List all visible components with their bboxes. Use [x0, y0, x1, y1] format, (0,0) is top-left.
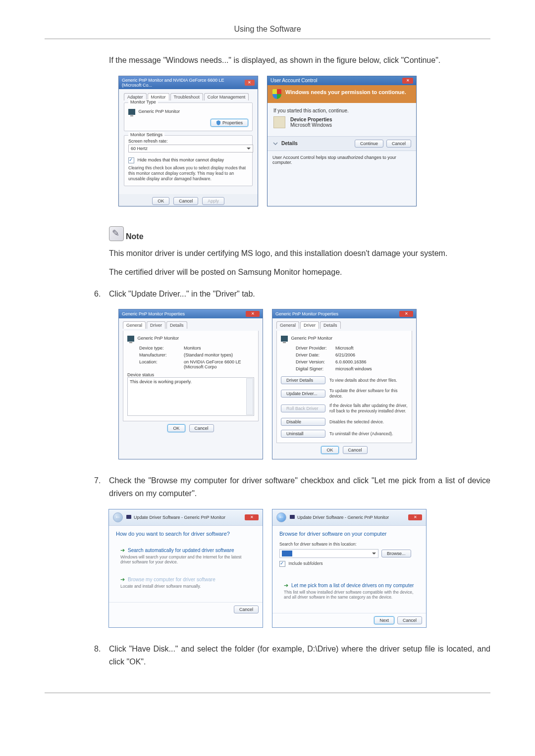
tab-general[interactable]: General	[123, 321, 146, 329]
arrow-icon: ➔	[284, 582, 288, 588]
cancel-button[interactable]: Cancel	[234, 605, 259, 613]
cancel-button[interactable]: Cancel	[397, 616, 422, 624]
device-status-box: This device is working properly.	[127, 377, 254, 416]
refresh-rate-label: Screen refresh rate:	[128, 139, 248, 144]
monitor-icon	[289, 514, 295, 520]
arrow-icon: ➔	[120, 547, 125, 553]
wizard-option-browse[interactable]: ➔Browse my computer for driver software …	[116, 573, 256, 592]
label-driver-date: Driver Date:	[296, 353, 335, 357]
tab-details[interactable]: Details	[166, 321, 187, 329]
properties-driver-window: Generic PnP Monitor Properties ✕ General…	[272, 309, 417, 459]
value-driver-date: 6/21/2006	[335, 353, 408, 357]
uninstall-desc: To uninstall the driver (Advanced).	[329, 431, 408, 437]
path-selection	[282, 551, 292, 556]
update-driver-desc: To update the driver software for this d…	[329, 388, 408, 399]
disable-button[interactable]: Disable	[281, 418, 325, 426]
close-icon[interactable]: ✕	[399, 311, 413, 317]
screenshot-row-2: Generic PnP Monitor Properties ✕ General…	[45, 309, 490, 459]
label-digital-signer: Digital Signer:	[296, 366, 335, 371]
value-driver-provider: Microsoft	[335, 346, 408, 351]
ok-button[interactable]: OK	[321, 446, 338, 454]
step-7: 7. Check the "Browse my computer for dri…	[94, 474, 490, 500]
monitor-icon	[127, 336, 134, 342]
uac-detail-row: Details Continue Cancel	[268, 136, 416, 151]
monitor-icon	[281, 336, 288, 342]
dialog-footer: OK Cancel Apply	[119, 194, 258, 206]
uac-publisher: Microsoft Windows	[290, 122, 332, 128]
close-icon[interactable]: ✕	[245, 514, 259, 520]
step-number: 8.	[94, 643, 109, 668]
note-label: Note	[126, 232, 144, 241]
wizard-browse-window: ← Update Driver Software - Generic PnP M…	[272, 509, 427, 628]
refresh-rate-value: 60 Hertz	[131, 146, 148, 151]
monitor-icon	[126, 514, 132, 520]
hide-modes-checkbox[interactable]	[128, 157, 134, 163]
close-icon[interactable]: ✕	[246, 311, 260, 317]
ok-button[interactable]: OK	[152, 197, 169, 205]
cancel-button[interactable]: Cancel	[189, 424, 214, 432]
window-title: User Account Control	[270, 78, 318, 83]
step-number: 6.	[94, 288, 109, 301]
path-combobox[interactable]	[279, 549, 378, 558]
window-title: Generic PnP Monitor Properties	[122, 311, 185, 316]
note-paragraph-2: The certified driver will be posted on S…	[109, 266, 490, 279]
svg-rect-1	[290, 515, 295, 519]
cancel-button[interactable]: Cancel	[386, 140, 411, 148]
wizard-header: ← Update Driver Software - Generic PnP M…	[272, 509, 426, 526]
value-manufacturer: (Standard monitor types)	[184, 353, 254, 357]
window-title-bar: User Account Control ✕	[268, 76, 416, 85]
option-heading: Search automatically for updated driver …	[128, 548, 234, 553]
group-monitor-type: Monitor Type Generic PnP Monitor Propert…	[124, 102, 253, 132]
close-icon[interactable]: ✕	[408, 514, 422, 520]
chevron-down-icon[interactable]	[272, 141, 278, 147]
window-title-bar: Generic PnP Monitor and NVIDIA GeForce 6…	[119, 76, 258, 89]
refresh-rate-dropdown[interactable]: 60 Hertz	[128, 145, 253, 152]
include-subfolders-label: Include subfolders	[289, 561, 323, 566]
label-manufacturer: Manufacturer:	[139, 353, 184, 357]
continue-button[interactable]: Continue	[355, 140, 383, 148]
value-location: on NVIDIA GeForce 6600 LE (Microsoft Cor…	[184, 359, 254, 369]
tab-details[interactable]: Details	[320, 321, 341, 329]
option-sub: Windows will search your computer and th…	[120, 554, 251, 564]
step-text: Check the "Browse my computer for driver…	[109, 474, 490, 500]
svg-rect-0	[126, 515, 131, 519]
back-icon[interactable]: ←	[276, 512, 286, 522]
driver-details-desc: To view details about the driver files.	[329, 378, 408, 383]
wizard-search-window: ← Update Driver Software - Generic PnP M…	[108, 509, 263, 628]
browse-button[interactable]: Browse...	[381, 550, 411, 557]
value-driver-version: 6.0.6000.16386	[335, 359, 408, 364]
tab-driver[interactable]: Driver	[147, 321, 165, 329]
uac-program-name: Device Properties	[290, 117, 332, 122]
scrollbar[interactable]	[246, 378, 253, 415]
page-title: Using the Software	[45, 25, 490, 34]
option-sub: This list will show installed driver sof…	[284, 590, 415, 600]
properties-button-label: Properties	[222, 120, 243, 125]
step-8: 8. Click "Have Disk..." and select the f…	[94, 643, 490, 668]
driver-details-button[interactable]: Driver Details	[281, 376, 325, 384]
footer-divider	[45, 693, 490, 693]
uninstall-button[interactable]: Uninstall	[281, 430, 325, 438]
tab-troubleshoot[interactable]: Troubleshoot	[170, 93, 203, 101]
tab-color-management[interactable]: Color Management	[204, 93, 249, 101]
wizard-option-auto[interactable]: ➔Search automatically for updated driver…	[116, 544, 256, 568]
ok-button[interactable]: OK	[167, 424, 185, 432]
wizard-breadcrumb: Update Driver Software - Generic PnP Mon…	[134, 515, 225, 520]
details-link[interactable]: Details	[281, 141, 298, 146]
cancel-button[interactable]: Cancel	[173, 197, 198, 205]
properties-button[interactable]: Properties	[211, 119, 248, 127]
back-icon[interactable]: ←	[113, 512, 123, 522]
tab-driver[interactable]: Driver	[300, 321, 319, 329]
include-subfolders-checkbox[interactable]	[279, 561, 285, 567]
update-driver-button[interactable]: Update Driver...	[281, 390, 325, 398]
wizard-option-pick[interactable]: ➔Let me pick from a list of device drive…	[279, 579, 419, 603]
close-icon[interactable]: ✕	[402, 78, 413, 84]
next-button[interactable]: Next	[374, 616, 394, 624]
label-location: Location:	[139, 359, 184, 369]
hide-modes-label: Hide modes that this monitor cannot disp…	[138, 158, 224, 163]
close-icon[interactable]: ✕	[245, 80, 255, 86]
uac-help-text: User Account Control helps stop unauthor…	[268, 151, 416, 169]
arrow-icon: ➔	[120, 576, 125, 582]
cancel-button[interactable]: Cancel	[343, 446, 368, 454]
wizard-header: ← Update Driver Software - Generic PnP M…	[109, 509, 263, 526]
tab-general[interactable]: General	[276, 321, 299, 329]
